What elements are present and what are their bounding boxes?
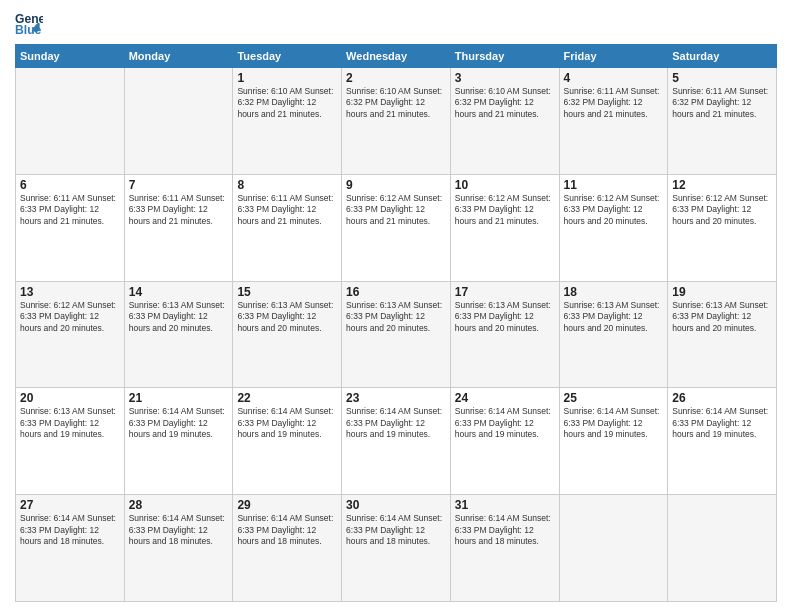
day-info: Sunrise: 6:11 AM Sunset: 6:32 PM Dayligh… — [672, 86, 772, 120]
day-cell: 13Sunrise: 6:12 AM Sunset: 6:33 PM Dayli… — [16, 281, 125, 388]
day-cell: 1Sunrise: 6:10 AM Sunset: 6:32 PM Daylig… — [233, 68, 342, 175]
day-info: Sunrise: 6:14 AM Sunset: 6:33 PM Dayligh… — [672, 406, 772, 440]
day-number: 4 — [564, 71, 664, 85]
day-number: 1 — [237, 71, 337, 85]
calendar-page: General Blue SundayMondayTuesdayWednesda… — [0, 0, 792, 612]
day-info: Sunrise: 6:14 AM Sunset: 6:33 PM Dayligh… — [455, 513, 555, 547]
day-number: 11 — [564, 178, 664, 192]
day-number: 3 — [455, 71, 555, 85]
day-number: 7 — [129, 178, 229, 192]
day-cell: 19Sunrise: 6:13 AM Sunset: 6:33 PM Dayli… — [668, 281, 777, 388]
day-number: 23 — [346, 391, 446, 405]
week-row-4: 20Sunrise: 6:13 AM Sunset: 6:33 PM Dayli… — [16, 388, 777, 495]
day-info: Sunrise: 6:10 AM Sunset: 6:32 PM Dayligh… — [346, 86, 446, 120]
day-number: 30 — [346, 498, 446, 512]
week-row-2: 6Sunrise: 6:11 AM Sunset: 6:33 PM Daylig… — [16, 174, 777, 281]
day-info: Sunrise: 6:13 AM Sunset: 6:33 PM Dayligh… — [564, 300, 664, 334]
day-info: Sunrise: 6:10 AM Sunset: 6:32 PM Dayligh… — [455, 86, 555, 120]
day-number: 28 — [129, 498, 229, 512]
day-cell — [124, 68, 233, 175]
day-info: Sunrise: 6:12 AM Sunset: 6:33 PM Dayligh… — [564, 193, 664, 227]
day-number: 18 — [564, 285, 664, 299]
day-number: 19 — [672, 285, 772, 299]
day-number: 2 — [346, 71, 446, 85]
day-info: Sunrise: 6:12 AM Sunset: 6:33 PM Dayligh… — [346, 193, 446, 227]
day-cell: 17Sunrise: 6:13 AM Sunset: 6:33 PM Dayli… — [450, 281, 559, 388]
weekday-header-row: SundayMondayTuesdayWednesdayThursdayFrid… — [16, 45, 777, 68]
day-info: Sunrise: 6:14 AM Sunset: 6:33 PM Dayligh… — [455, 406, 555, 440]
day-info: Sunrise: 6:13 AM Sunset: 6:33 PM Dayligh… — [20, 406, 120, 440]
day-number: 10 — [455, 178, 555, 192]
day-number: 27 — [20, 498, 120, 512]
day-cell: 22Sunrise: 6:14 AM Sunset: 6:33 PM Dayli… — [233, 388, 342, 495]
logo: General Blue — [15, 10, 47, 38]
day-number: 24 — [455, 391, 555, 405]
day-info: Sunrise: 6:13 AM Sunset: 6:33 PM Dayligh… — [455, 300, 555, 334]
logo-icon: General Blue — [15, 10, 43, 38]
day-cell: 9Sunrise: 6:12 AM Sunset: 6:33 PM Daylig… — [342, 174, 451, 281]
weekday-header-thursday: Thursday — [450, 45, 559, 68]
day-cell: 24Sunrise: 6:14 AM Sunset: 6:33 PM Dayli… — [450, 388, 559, 495]
day-number: 20 — [20, 391, 120, 405]
day-info: Sunrise: 6:13 AM Sunset: 6:33 PM Dayligh… — [672, 300, 772, 334]
day-cell — [16, 68, 125, 175]
day-cell: 12Sunrise: 6:12 AM Sunset: 6:33 PM Dayli… — [668, 174, 777, 281]
weekday-header-tuesday: Tuesday — [233, 45, 342, 68]
day-cell: 20Sunrise: 6:13 AM Sunset: 6:33 PM Dayli… — [16, 388, 125, 495]
day-cell: 26Sunrise: 6:14 AM Sunset: 6:33 PM Dayli… — [668, 388, 777, 495]
day-info: Sunrise: 6:11 AM Sunset: 6:32 PM Dayligh… — [564, 86, 664, 120]
day-cell: 31Sunrise: 6:14 AM Sunset: 6:33 PM Dayli… — [450, 495, 559, 602]
day-number: 8 — [237, 178, 337, 192]
day-number: 15 — [237, 285, 337, 299]
day-cell — [668, 495, 777, 602]
day-number: 22 — [237, 391, 337, 405]
weekday-header-sunday: Sunday — [16, 45, 125, 68]
week-row-3: 13Sunrise: 6:12 AM Sunset: 6:33 PM Dayli… — [16, 281, 777, 388]
day-number: 25 — [564, 391, 664, 405]
day-cell: 21Sunrise: 6:14 AM Sunset: 6:33 PM Dayli… — [124, 388, 233, 495]
day-cell: 4Sunrise: 6:11 AM Sunset: 6:32 PM Daylig… — [559, 68, 668, 175]
day-number: 29 — [237, 498, 337, 512]
weekday-header-friday: Friday — [559, 45, 668, 68]
day-cell: 29Sunrise: 6:14 AM Sunset: 6:33 PM Dayli… — [233, 495, 342, 602]
day-cell: 10Sunrise: 6:12 AM Sunset: 6:33 PM Dayli… — [450, 174, 559, 281]
day-info: Sunrise: 6:12 AM Sunset: 6:33 PM Dayligh… — [20, 300, 120, 334]
day-cell: 2Sunrise: 6:10 AM Sunset: 6:32 PM Daylig… — [342, 68, 451, 175]
day-cell: 30Sunrise: 6:14 AM Sunset: 6:33 PM Dayli… — [342, 495, 451, 602]
day-number: 31 — [455, 498, 555, 512]
day-info: Sunrise: 6:13 AM Sunset: 6:33 PM Dayligh… — [129, 300, 229, 334]
day-number: 21 — [129, 391, 229, 405]
day-number: 26 — [672, 391, 772, 405]
day-info: Sunrise: 6:12 AM Sunset: 6:33 PM Dayligh… — [455, 193, 555, 227]
day-info: Sunrise: 6:10 AM Sunset: 6:32 PM Dayligh… — [237, 86, 337, 120]
day-cell: 15Sunrise: 6:13 AM Sunset: 6:33 PM Dayli… — [233, 281, 342, 388]
day-cell: 14Sunrise: 6:13 AM Sunset: 6:33 PM Dayli… — [124, 281, 233, 388]
day-info: Sunrise: 6:14 AM Sunset: 6:33 PM Dayligh… — [237, 513, 337, 547]
day-number: 13 — [20, 285, 120, 299]
day-number: 6 — [20, 178, 120, 192]
day-number: 16 — [346, 285, 446, 299]
day-cell: 6Sunrise: 6:11 AM Sunset: 6:33 PM Daylig… — [16, 174, 125, 281]
day-number: 12 — [672, 178, 772, 192]
day-info: Sunrise: 6:11 AM Sunset: 6:33 PM Dayligh… — [129, 193, 229, 227]
day-info: Sunrise: 6:14 AM Sunset: 6:33 PM Dayligh… — [237, 406, 337, 440]
day-info: Sunrise: 6:11 AM Sunset: 6:33 PM Dayligh… — [20, 193, 120, 227]
day-number: 9 — [346, 178, 446, 192]
day-cell: 23Sunrise: 6:14 AM Sunset: 6:33 PM Dayli… — [342, 388, 451, 495]
day-info: Sunrise: 6:14 AM Sunset: 6:33 PM Dayligh… — [129, 406, 229, 440]
day-number: 5 — [672, 71, 772, 85]
weekday-header-saturday: Saturday — [668, 45, 777, 68]
svg-text:Blue: Blue — [15, 23, 42, 37]
day-cell: 7Sunrise: 6:11 AM Sunset: 6:33 PM Daylig… — [124, 174, 233, 281]
day-cell: 16Sunrise: 6:13 AM Sunset: 6:33 PM Dayli… — [342, 281, 451, 388]
calendar-table: SundayMondayTuesdayWednesdayThursdayFrid… — [15, 44, 777, 602]
day-cell: 8Sunrise: 6:11 AM Sunset: 6:33 PM Daylig… — [233, 174, 342, 281]
day-info: Sunrise: 6:14 AM Sunset: 6:33 PM Dayligh… — [346, 406, 446, 440]
header: General Blue — [15, 10, 777, 38]
day-cell: 5Sunrise: 6:11 AM Sunset: 6:32 PM Daylig… — [668, 68, 777, 175]
day-info: Sunrise: 6:14 AM Sunset: 6:33 PM Dayligh… — [20, 513, 120, 547]
week-row-1: 1Sunrise: 6:10 AM Sunset: 6:32 PM Daylig… — [16, 68, 777, 175]
day-number: 14 — [129, 285, 229, 299]
day-cell: 28Sunrise: 6:14 AM Sunset: 6:33 PM Dayli… — [124, 495, 233, 602]
day-info: Sunrise: 6:14 AM Sunset: 6:33 PM Dayligh… — [129, 513, 229, 547]
